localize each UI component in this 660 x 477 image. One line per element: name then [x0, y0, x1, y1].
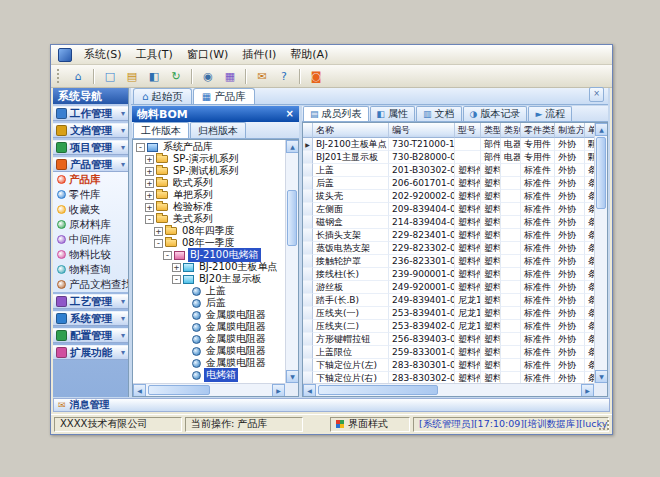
sidebar-section[interactable]: 系统管理▾ [53, 311, 128, 326]
new-icon[interactable]: □ [100, 66, 120, 86]
tree-node[interactable]: 电烤箱 [133, 369, 285, 381]
expand-icon[interactable]: + [145, 167, 154, 176]
main-tab-1[interactable]: ⌂起始页 [133, 88, 192, 104]
expand-icon[interactable]: + [154, 227, 163, 236]
table-row[interactable]: ▶BJ-2100主板单点730-T21000-12E部件电器板专用件外协颗 [303, 138, 594, 151]
collapse-icon[interactable]: - [136, 143, 145, 152]
column-header-2[interactable]: 编号 [389, 123, 455, 138]
tree-vertical-scrollbar[interactable]: ▲ ▼ [285, 140, 298, 383]
toolbar-gripper[interactable] [57, 69, 62, 83]
sidebar-section[interactable]: 项目管理▾ [53, 140, 128, 155]
grid-icon[interactable]: ▦ [220, 66, 240, 86]
search-icon[interactable]: ◉ [198, 66, 218, 86]
column-header-3[interactable]: 型号 [455, 123, 481, 138]
bom-tab-2[interactable]: 归档版本 [190, 122, 246, 138]
sidebar-item-8[interactable]: 产品文档查找 [53, 277, 128, 292]
sidebar-item-1[interactable]: 产品库 [53, 172, 128, 187]
table-vscroll-thumb[interactable] [596, 137, 606, 209]
collapse-icon[interactable]: - [172, 275, 181, 284]
close-icon[interactable]: × [286, 109, 294, 119]
table-row[interactable]: BJ201主显示板730-B28000-04E部件电器板专用件外协颗 [303, 151, 594, 164]
table-row[interactable]: 上盖201-B30302-00E塑料件ABS塑料件标准件外协条 [303, 164, 594, 177]
system-icon[interactable]: ⌂ [68, 66, 88, 86]
collapse-icon[interactable]: - [145, 215, 154, 224]
expand-icon[interactable]: + [145, 155, 154, 164]
table-row[interactable]: 下轴定位片(右)283-830302-00E塑料件ABS塑料件标准件外协条 [303, 372, 594, 383]
sidebar-item-2[interactable]: 零件库 [53, 187, 128, 202]
scroll-left-icon[interactable]: ◀ [133, 384, 146, 397]
column-header-4[interactable]: 类型 [481, 123, 501, 138]
table-row[interactable]: 左侧面209-839404-01E塑料件塑料件标准件外协条 [303, 203, 594, 216]
table-row[interactable]: 磁钢盒214-839404-01E塑料件塑料件标准件外协条 [303, 216, 594, 229]
sidebar-item-6[interactable]: 物料比较 [53, 247, 128, 262]
detail-tab-2[interactable]: ◧属性 [370, 106, 416, 121]
expand-icon[interactable]: + [145, 179, 154, 188]
detail-tab-5[interactable]: ►流程 [528, 106, 572, 121]
sidebar-section[interactable]: 工作管理▾ [53, 106, 128, 121]
detail-tab-1[interactable]: ▤成员列表 [303, 106, 369, 121]
expand-icon[interactable]: + [145, 203, 154, 212]
menu-item-4[interactable]: 插件(I) [235, 45, 283, 64]
detail-tab-3[interactable]: ▥文档 [416, 106, 462, 121]
column-header-5[interactable]: 类别 [501, 123, 521, 138]
open-icon[interactable]: ▤ [122, 66, 142, 86]
table-horizontal-scrollbar[interactable]: ◀ ▶ [303, 383, 594, 396]
column-header-6[interactable]: 零件类型 [521, 123, 555, 138]
bom-tab-1[interactable]: 工作版本 [133, 122, 189, 138]
refresh-icon[interactable]: ↻ [166, 66, 186, 86]
table-row[interactable]: 游丝板249-920001-01E塑料件塑料件标准件外协条 [303, 281, 594, 294]
detail-tab-4[interactable]: ◑版本记录 [463, 106, 528, 121]
resize-grip[interactable] [607, 428, 609, 430]
scroll-right-icon[interactable]: ▶ [272, 384, 285, 397]
sidebar-item-4[interactable]: 原材料库 [53, 217, 128, 232]
tree-vscroll-thumb[interactable] [287, 190, 297, 246]
table-row[interactable]: 拔头壳202-920002-01E塑料件塑料件标准件外协条 [303, 190, 594, 203]
sidebar-section[interactable]: 扩展功能▾ [53, 345, 128, 360]
scroll-right-icon[interactable]: ▶ [581, 384, 594, 397]
sidebar-section[interactable]: 配置管理▾ [53, 328, 128, 343]
sidebar-item-3[interactable]: 收藏夹 [53, 202, 128, 217]
column-header-8[interactable]: 单位 [585, 123, 594, 138]
tree-horizontal-scrollbar[interactable]: ◀ ▶ [133, 383, 285, 396]
collapse-icon[interactable]: - [163, 251, 172, 260]
close-tab-icon[interactable]: × [589, 87, 604, 102]
scroll-down-icon[interactable]: ▼ [595, 370, 608, 383]
exit-icon[interactable]: ◙ [306, 66, 326, 86]
table-row[interactable]: 踏手(长.B)249-839401-01E尼龙1010塑料件标准件外协条 [303, 294, 594, 307]
sidebar-section[interactable]: 产品管理▾ [53, 157, 128, 172]
ui-style-cell[interactable]: 界面样式 [330, 417, 410, 432]
column-header-1[interactable]: 名称 [313, 123, 389, 138]
table-hscroll-thumb[interactable] [318, 385, 438, 395]
expand-icon[interactable]: + [145, 191, 154, 200]
main-tab-2[interactable]: ▦产品库 [193, 88, 255, 104]
menu-item-3[interactable]: 窗口(W) [180, 45, 235, 64]
menu-item-1[interactable]: 系统(S) [77, 45, 129, 64]
menu-item-2[interactable]: 工具(T) [129, 45, 180, 64]
table-vertical-scrollbar[interactable]: ▲ ▼ [594, 123, 607, 383]
sidebar-item-5[interactable]: 中间件库 [53, 232, 128, 247]
sidebar-section[interactable]: 工艺管理▾ [53, 294, 128, 309]
table-row[interactable]: 接线柱(长)239-900001-01E塑料件塑料件标准件外协条 [303, 268, 594, 281]
table-row[interactable]: 下轴定位片(左)283-830301-00E塑料件ABS塑料件标准件外协条 [303, 359, 594, 372]
scroll-up-icon[interactable]: ▲ [595, 123, 608, 136]
scroll-down-icon[interactable]: ▼ [286, 370, 299, 383]
message-icon[interactable]: ✉ [252, 66, 272, 86]
save-icon[interactable]: ◧ [144, 66, 164, 86]
sidebar-section[interactable]: 文档管理▾ [53, 123, 128, 138]
sidebar-item-7[interactable]: 物料查询 [53, 262, 128, 277]
scroll-up-icon[interactable]: ▲ [286, 140, 299, 153]
table-row[interactable]: 方形键帽拉钮256-839403-00E塑料件塑料件标准件外协条 [303, 333, 594, 346]
table-row[interactable]: 后盖206-601701-01E塑料件ABS塑料件标准件外协条 [303, 177, 594, 190]
expand-icon[interactable]: + [172, 263, 181, 272]
message-bar[interactable]: ✉ 消息管理 [53, 398, 610, 412]
table-row[interactable]: 接触轮护罩236-823301-00E塑料件塑料件标准件外协条 [303, 255, 594, 268]
collapse-icon[interactable]: - [154, 239, 163, 248]
tree-hscroll-thumb[interactable] [148, 385, 210, 395]
table-row[interactable]: 上盖限位259-833001-00E塑料件塑料件标准件外协条 [303, 346, 594, 359]
table-row[interactable]: 压线夹(一)253-839401-00E尼龙1010塑料件标准件外协条 [303, 307, 594, 320]
column-header-7[interactable]: 制造方式 [555, 123, 585, 138]
table-row[interactable]: 长插头支架229-823401-00E塑料件ABS塑料件标准件外协条 [303, 229, 594, 242]
menu-item-5[interactable]: 帮助(A) [283, 45, 335, 64]
scroll-left-icon[interactable]: ◀ [303, 384, 316, 397]
help-icon[interactable]: ? [274, 66, 294, 86]
